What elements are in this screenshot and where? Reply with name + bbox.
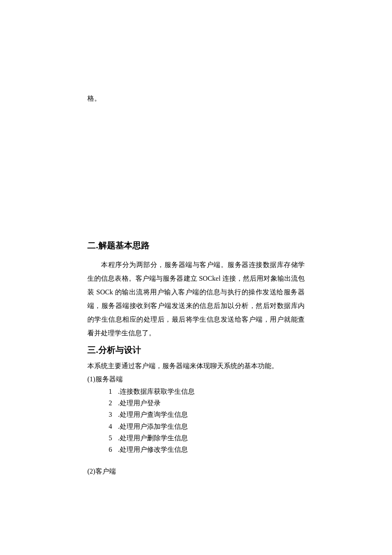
list-item: 1.连接数据库获取学生信息 [87,386,305,397]
list-item-text: .处理用户查询学生信息 [118,411,188,418]
list-item-text: .处理用户登录 [118,399,161,407]
section-2-body: 本程序分为两部分，服务器端与客户端。服务器连接数据库存储学生的信息表格。客户端与… [87,258,305,340]
list-item-text: .处理用户添加学生信息 [118,423,188,430]
section-3-heading: 三.分析与设计 [87,344,305,356]
list-item: 4.处理用户添加学生信息 [87,421,305,432]
client-title: (2)客户端 [87,465,305,477]
list-item-text: .处理用户删除学生信息 [118,434,188,442]
list-item-text: .连接数据库获取学生信息 [118,388,195,395]
list-item: 6.处理用户修改学生信息 [87,444,305,455]
section-3-intro: 本系统主要通过客户端，服务器端来体现聊天系统的基本功能。 [87,360,305,372]
list-item: 5.处理用户删除学生信息 [87,432,305,444]
section-2-heading: 二.解题基本思路 [87,240,305,251]
fragment-text: 格。 [87,93,305,104]
list-item: 2.处理用户登录 [87,397,305,409]
list-item: 3.处理用户查询学生信息 [87,409,305,420]
list-item-text: .处理用户修改学生信息 [118,446,188,453]
server-title: (1)服务器端 [87,373,305,385]
